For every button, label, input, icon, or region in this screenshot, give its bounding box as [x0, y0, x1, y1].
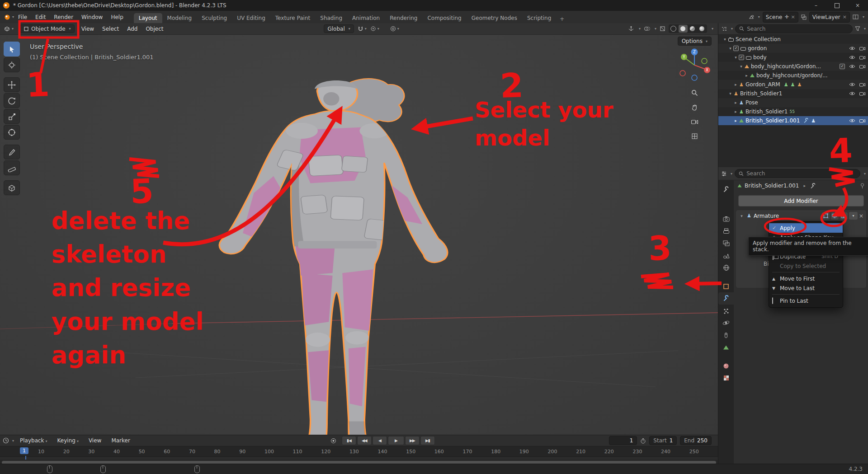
- tab-scripting[interactable]: Scripting: [522, 13, 556, 23]
- menu-file[interactable]: File: [14, 12, 31, 22]
- expand-icon[interactable]: ▾: [727, 91, 733, 96]
- transform-orientation-dropdown[interactable]: Global ▾: [324, 24, 354, 33]
- menu-edit[interactable]: Edit: [31, 12, 50, 22]
- jump-to-start-button[interactable]: ▮◀: [342, 436, 356, 445]
- blender-menu-icon[interactable]: [4, 14, 11, 20]
- properties-search[interactable]: [735, 169, 860, 178]
- add-cube-tool[interactable]: [4, 180, 20, 195]
- tab-shading[interactable]: Shading: [315, 13, 347, 23]
- tab-render[interactable]: [718, 213, 734, 225]
- expand-icon[interactable]: ▾: [727, 46, 733, 51]
- expand-icon[interactable]: ▾: [722, 37, 728, 42]
- menu-item-move-to-first[interactable]: ▲ Move to First: [769, 274, 843, 283]
- tab-tool[interactable]: [718, 183, 734, 196]
- render-camera-icon[interactable]: [859, 91, 865, 96]
- options-dropdown[interactable]: Options ▾: [678, 37, 712, 46]
- edit-mode-display-icon[interactable]: [822, 212, 830, 220]
- toggle-ortho-icon[interactable]: [689, 130, 700, 142]
- annotate-tool[interactable]: [4, 145, 20, 160]
- collection-checkbox[interactable]: ✓: [733, 46, 739, 51]
- menu-item-pin-to-last[interactable]: Pin to Last: [769, 296, 843, 305]
- expand-icon[interactable]: ▾: [738, 64, 744, 69]
- tab-uv-editing[interactable]: UV Editing: [232, 13, 270, 23]
- jump-to-end-button[interactable]: ▶▮: [420, 436, 435, 445]
- orientation-gizmo[interactable]: Z Y X: [675, 46, 713, 84]
- tab-animation[interactable]: Animation: [347, 13, 385, 23]
- current-frame-indicator[interactable]: 1: [20, 447, 28, 454]
- show-gizmo-icon[interactable]: [628, 26, 634, 32]
- editor-type-icon[interactable]: [4, 26, 10, 32]
- tab-world[interactable]: [718, 262, 734, 274]
- expand-icon[interactable]: ▸: [744, 73, 750, 78]
- hide-eye-icon[interactable]: [849, 82, 855, 87]
- hide-eye-icon[interactable]: [849, 91, 855, 96]
- modifier-name[interactable]: Armature: [754, 213, 779, 219]
- menu-object[interactable]: Object: [142, 24, 167, 33]
- cursor-tool[interactable]: [4, 57, 20, 72]
- outliner-row-british-soldier1-object[interactable]: ▾ ♟ British_Soldier1: [718, 89, 868, 98]
- outliner-row-body[interactable]: ▾ ✓ body: [718, 53, 868, 62]
- end-frame-field[interactable]: End 250: [680, 436, 712, 445]
- outliner-row-british-soldier1-data[interactable]: ▸ ♟ British_Soldier1 55: [718, 107, 868, 116]
- viewlayer-remove-icon[interactable]: ×: [843, 14, 847, 20]
- outliner-search-input[interactable]: [746, 25, 849, 33]
- minimize-button[interactable]: –: [806, 0, 826, 11]
- outliner-row-gordon[interactable]: ▾ ✓ gordon: [718, 44, 868, 53]
- filter-icon[interactable]: [855, 26, 860, 31]
- maximize-button[interactable]: [826, 0, 847, 11]
- tab-particles[interactable]: [718, 305, 734, 317]
- snap-magnet-icon[interactable]: [358, 26, 363, 32]
- tab-modeling[interactable]: Modeling: [162, 13, 197, 23]
- realtime-display-icon[interactable]: [831, 212, 839, 220]
- playback-menu[interactable]: Playback▾: [16, 436, 52, 445]
- outliner-row-body-highcount[interactable]: ▾ body_highcount/Gordon... ✓: [718, 62, 868, 71]
- tab-view-layer[interactable]: [718, 237, 734, 249]
- expand-icon[interactable]: ▸: [733, 118, 739, 123]
- selectable-checkbox[interactable]: ✓: [840, 64, 845, 69]
- viewlayer-selector[interactable]: ViewLayer ×: [809, 12, 850, 23]
- select-box-tool[interactable]: [4, 42, 20, 56]
- tab-constraints[interactable]: [718, 329, 734, 341]
- auto-keying-icon[interactable]: [330, 438, 336, 444]
- hide-eye-icon[interactable]: [849, 118, 855, 123]
- pan-view-icon[interactable]: [689, 101, 700, 113]
- tab-sculpting[interactable]: Sculpting: [197, 13, 232, 23]
- render-camera-icon[interactable]: [859, 46, 865, 51]
- expand-icon[interactable]: ▸: [733, 109, 739, 114]
- play-reverse-button[interactable]: ◀: [373, 436, 387, 445]
- modifier-extras-dropdown[interactable]: ▾: [849, 212, 858, 220]
- tab-physics[interactable]: [718, 317, 734, 329]
- menu-item-move-to-last[interactable]: ▼ Move to Last: [769, 283, 843, 293]
- render-display-icon[interactable]: [840, 212, 848, 220]
- prev-keyframe-button[interactable]: ◀◀: [357, 436, 372, 445]
- menu-item-copy-to-selected[interactable]: Copy to Selected: [769, 261, 843, 271]
- tab-material[interactable]: [718, 360, 734, 372]
- use-preview-range-icon[interactable]: [640, 438, 646, 444]
- tab-texture-paint[interactable]: Texture Paint: [270, 13, 315, 23]
- measure-tool[interactable]: [4, 160, 20, 175]
- render-camera-icon[interactable]: [859, 82, 865, 87]
- hide-eye-icon[interactable]: [849, 55, 855, 60]
- panel-expand-icon[interactable]: ▾: [739, 214, 745, 218]
- close-button[interactable]: ×: [847, 0, 868, 11]
- add-workspace-button[interactable]: +: [556, 15, 568, 23]
- tab-rendering[interactable]: Rendering: [385, 13, 422, 23]
- scene-unlink-icon[interactable]: ×: [791, 14, 795, 20]
- keying-menu[interactable]: Keying▾: [53, 436, 83, 445]
- expand-icon[interactable]: ▸: [733, 100, 739, 105]
- shading-wireframe-icon[interactable]: [669, 25, 678, 33]
- render-camera-icon[interactable]: [859, 64, 865, 69]
- shading-rendered-icon[interactable]: [698, 25, 707, 33]
- move-tool[interactable]: [4, 77, 20, 92]
- menu-select[interactable]: Select: [98, 24, 123, 33]
- shading-material-icon[interactable]: [688, 25, 697, 33]
- collection-checkbox[interactable]: ✓: [739, 55, 744, 60]
- menu-help[interactable]: Help: [107, 12, 127, 22]
- outliner-row-scene-collection[interactable]: ▾ Scene Collection: [718, 35, 868, 44]
- timeline-view-menu[interactable]: View: [85, 436, 105, 445]
- soldier-model[interactable]: [181, 64, 489, 435]
- zoom-view-icon[interactable]: [689, 87, 700, 99]
- hide-eye-icon[interactable]: [849, 64, 855, 69]
- scene-browse-icon[interactable]: [749, 14, 754, 20]
- outliner-row-gordon-arm[interactable]: ▸ ♟ Gordon_ARM ♟ ♟ ♟: [718, 80, 868, 89]
